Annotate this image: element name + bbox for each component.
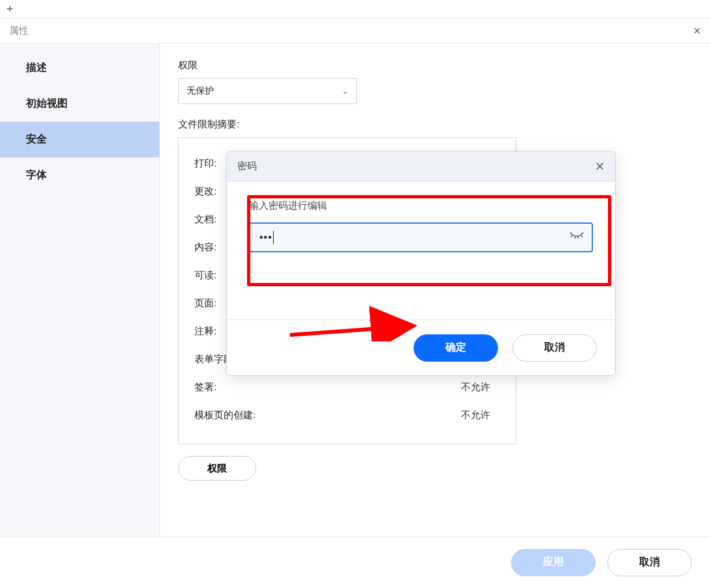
window-title: 属性	[9, 25, 29, 37]
modal-header: 密码 ✕	[227, 152, 615, 181]
sidebar-item-label: 初始视图	[26, 97, 68, 111]
sidebar-item-label: 安全	[26, 133, 47, 146]
svg-line-2	[578, 237, 579, 239]
window-titlebar: 属性 ×	[0, 19, 710, 44]
sidebar-item-security[interactable]: 安全	[0, 122, 159, 157]
ok-button[interactable]: 确定	[414, 334, 498, 362]
password-modal: 密码 ✕ 输入密码进行编辑 ••• 确定 取消	[226, 151, 616, 376]
eye-closed-icon[interactable]	[570, 232, 584, 243]
password-value: •••	[259, 231, 274, 244]
permissions-button[interactable]: 权限	[178, 456, 256, 481]
protection-select-value: 无保护	[187, 85, 214, 97]
cancel-button[interactable]: 取消	[607, 549, 692, 576]
modal-body: 输入密码进行编辑 •••	[227, 181, 615, 319]
restrictions-header: 文件限制摘要:	[178, 118, 692, 131]
restrict-row: 模板页的创建:不允许	[194, 401, 500, 429]
apply-button[interactable]: 应用	[511, 549, 596, 576]
sidebar-item-label: 描述	[26, 61, 47, 75]
app-tabstrip: +	[0, 0, 710, 19]
restrict-row: 签署:不允许	[194, 373, 500, 401]
svg-line-0	[572, 235, 573, 237]
svg-line-3	[581, 235, 583, 237]
modal-close-icon[interactable]: ✕	[595, 159, 605, 174]
permissions-label: 权限	[178, 59, 692, 72]
sidebar-item-label: 字体	[26, 168, 47, 182]
modal-cancel-button[interactable]: 取消	[512, 334, 597, 362]
dialog-footer: 应用 取消	[0, 537, 710, 587]
sidebar-item-fonts[interactable]: 字体	[0, 157, 159, 193]
password-label: 输入密码进行编辑	[249, 200, 593, 212]
protection-select[interactable]: 无保护 ⌄	[178, 78, 357, 104]
sidebar-item-initial-view[interactable]: 初始视图	[0, 86, 159, 122]
sidebar-item-description[interactable]: 描述	[0, 50, 159, 86]
chevron-down-icon: ⌄	[342, 87, 348, 96]
close-icon[interactable]: ×	[693, 23, 701, 38]
svg-line-1	[575, 237, 576, 239]
modal-title: 密码	[237, 160, 257, 172]
plus-icon[interactable]: +	[7, 3, 14, 16]
password-input[interactable]: •••	[249, 222, 593, 252]
sidebar: 描述 初始视图 安全 字体	[0, 44, 160, 537]
modal-footer: 确定 取消	[227, 319, 615, 375]
